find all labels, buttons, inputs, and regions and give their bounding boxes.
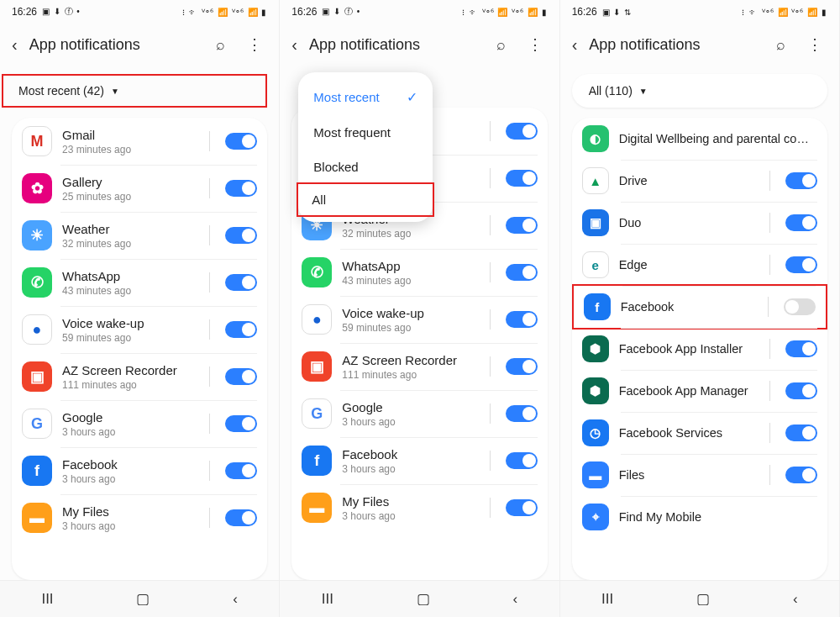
notification-toggle[interactable] — [785, 214, 817, 231]
app-row[interactable]: ▣Duo — [572, 202, 827, 244]
app-row[interactable]: GGoogle3 hours ago — [291, 390, 547, 437]
divider — [209, 178, 210, 198]
app-row[interactable]: ▬Files — [572, 454, 827, 496]
nav-back[interactable]: ‹ — [513, 591, 518, 608]
notification-toggle[interactable] — [225, 462, 257, 479]
notification-toggle[interactable] — [506, 123, 538, 140]
filter-dropdown[interactable]: Most recent (42) ▼ — [2, 74, 267, 108]
app-row[interactable]: eEdge — [572, 244, 827, 286]
divider — [769, 255, 770, 275]
notification-toggle[interactable] — [506, 452, 538, 469]
more-icon[interactable]: ⋮ — [242, 35, 267, 54]
notification-toggle[interactable] — [225, 180, 257, 197]
app-icon: G — [302, 398, 332, 429]
back-icon[interactable]: ‹ — [572, 35, 578, 55]
search-icon[interactable]: ⌕ — [771, 36, 790, 54]
status-left-icons: ▣ ⬇ ⓕ • — [322, 6, 360, 18]
notification-toggle[interactable] — [506, 217, 538, 234]
app-row[interactable]: ●Voice wake-up59 minutes ago — [12, 306, 267, 353]
app-row[interactable]: GGoogle3 hours ago — [12, 400, 267, 447]
app-row[interactable]: ✆WhatsApp43 minutes ago — [12, 259, 267, 306]
notification-toggle[interactable] — [225, 415, 257, 432]
notification-toggle[interactable] — [225, 321, 257, 338]
status-bar: 16:26 ▣ ⬇ ⓕ • ⋮ ᯤ ⱽᵒ⁶ 📶 ⱽᵒ⁶ 📶 ▮ — [280, 0, 559, 24]
dropdown-item[interactable]: All — [297, 182, 434, 217]
notification-toggle[interactable] — [506, 405, 538, 422]
search-icon[interactable]: ⌕ — [491, 36, 511, 54]
notification-toggle[interactable] — [785, 382, 817, 399]
app-subtitle: 43 minutes ago — [62, 285, 194, 297]
app-row[interactable]: ●Voice wake-up59 minutes ago — [291, 296, 547, 343]
nav-home[interactable]: ▢ — [696, 590, 710, 608]
app-row[interactable]: ⌖Find My Mobile — [572, 496, 827, 538]
app-info: Facebook — [621, 300, 753, 314]
back-icon[interactable]: ‹ — [12, 35, 18, 55]
app-row[interactable]: ▣AZ Screen Recorder111 minutes ago — [291, 343, 547, 390]
app-row[interactable]: ✿Gallery25 minutes ago — [12, 165, 267, 212]
notification-toggle[interactable] — [785, 172, 817, 189]
app-row[interactable]: fFacebook3 hours ago — [291, 437, 547, 484]
app-name: Gmail — [62, 128, 194, 142]
app-name: AZ Screen Recorder — [62, 363, 194, 377]
app-list: MGmail23 minutes ago✿Gallery25 minutes a… — [12, 118, 267, 580]
nav-recents[interactable]: III — [601, 591, 613, 608]
notification-toggle[interactable] — [785, 256, 817, 273]
notification-toggle[interactable] — [506, 499, 538, 516]
divider — [769, 339, 770, 359]
divider — [209, 319, 210, 340]
notification-toggle[interactable] — [785, 340, 817, 357]
app-row[interactable]: ▲Drive — [572, 160, 827, 202]
back-icon[interactable]: ‹ — [291, 35, 297, 55]
nav-back[interactable]: ‹ — [793, 591, 798, 608]
divider — [490, 451, 491, 471]
nav-recents[interactable]: III — [322, 591, 333, 608]
notification-toggle[interactable] — [506, 170, 538, 187]
notification-toggle[interactable] — [785, 467, 817, 483]
screen-1: 16:26 ▣ ⬇ ⓕ • ⋮ ᯤ ⱽᵒ⁶ 📶 ⱽᵒ⁶ 📶 ▮ ‹ App no… — [0, 0, 280, 617]
search-icon[interactable]: ⌕ — [211, 36, 230, 54]
notification-toggle[interactable] — [225, 509, 257, 526]
screen-2: 16:26 ▣ ⬇ ⓕ • ⋮ ᯤ ⱽᵒ⁶ 📶 ⱽᵒ⁶ 📶 ▮ ‹ App no… — [280, 0, 559, 617]
dropdown-item[interactable]: Blocked — [298, 150, 433, 184]
notification-toggle[interactable] — [225, 227, 257, 244]
app-row[interactable]: fFacebook — [572, 284, 827, 330]
app-info: Gmail23 minutes ago — [62, 128, 194, 156]
notification-toggle[interactable] — [784, 298, 816, 315]
app-row[interactable]: ▣AZ Screen Recorder111 minutes ago — [12, 353, 267, 400]
more-icon[interactable]: ⋮ — [802, 35, 827, 54]
nav-home[interactable]: ▢ — [136, 590, 150, 608]
app-row[interactable]: ☀Weather32 minutes ago — [12, 212, 267, 259]
app-row[interactable]: ✆WhatsApp43 minutes ago — [291, 249, 547, 296]
app-info: Facebook Services — [619, 426, 754, 440]
app-info: Gallery25 minutes ago — [62, 175, 194, 203]
nav-recents[interactable]: III — [41, 591, 53, 608]
app-info: Files — [619, 468, 754, 482]
app-icon: ✆ — [302, 257, 332, 287]
divider — [490, 262, 491, 282]
app-name: Facebook — [342, 447, 474, 461]
notification-toggle[interactable] — [506, 311, 538, 328]
notification-toggle[interactable] — [225, 274, 257, 291]
app-row[interactable]: ◷Facebook Services — [572, 412, 827, 454]
notification-toggle[interactable] — [506, 264, 538, 281]
app-row[interactable]: ◐Digital Wellbeing and parental co… — [572, 118, 827, 160]
nav-home[interactable]: ▢ — [417, 590, 430, 608]
app-row[interactable]: ⬢Facebook App Installer — [572, 328, 827, 370]
dropdown-item[interactable]: Most recent✓ — [298, 79, 433, 115]
app-row[interactable]: ▬My Files3 hours ago — [291, 484, 547, 531]
dropdown-item-label: Blocked — [313, 160, 358, 174]
notification-toggle[interactable] — [225, 368, 257, 385]
app-row[interactable]: ▬My Files3 hours ago — [12, 494, 267, 541]
filter-dropdown[interactable]: All (110) ▼ — [572, 74, 827, 108]
app-info: Duo — [619, 216, 754, 229]
notification-toggle[interactable] — [225, 133, 257, 150]
more-icon[interactable]: ⋮ — [522, 35, 548, 54]
notification-toggle[interactable] — [506, 358, 538, 375]
dropdown-item[interactable]: Most frequent — [298, 115, 433, 150]
app-row[interactable]: MGmail23 minutes ago — [12, 118, 267, 165]
divider — [209, 225, 210, 245]
app-row[interactable]: fFacebook3 hours ago — [12, 447, 267, 494]
app-row[interactable]: ⬢Facebook App Manager — [572, 370, 827, 412]
notification-toggle[interactable] — [785, 425, 817, 441]
nav-back[interactable]: ‹ — [233, 591, 238, 608]
